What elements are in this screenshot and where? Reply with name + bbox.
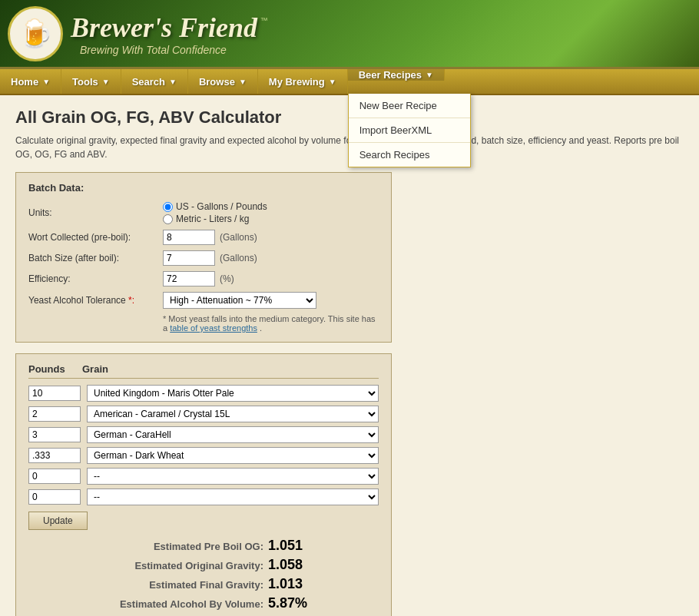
logo-icon: 🍺 — [18, 18, 53, 50]
dropdown-new-recipe[interactable]: New Beer Recipe — [349, 94, 470, 118]
yeast-note: * Most yeast falls into the medium categ… — [163, 314, 379, 333]
grain-6-select[interactable]: -- United Kingdom - Maris Otter Pale Ame… — [87, 488, 379, 505]
fg-value: 1.013 — [268, 576, 303, 592]
nav-home[interactable]: Home ▼ — [0, 69, 61, 94]
beer-recipes-dropdown: New Beer Recipe Import BeerXML Search Re… — [348, 94, 471, 167]
nav-browse[interactable]: Browse ▼ — [188, 69, 258, 94]
nav-search-label: Search — [132, 76, 165, 88]
batch-size-row: Batch Size (after boil): (Gallons) — [28, 250, 379, 266]
pre-boil-row: Estimated Pre Boil OG: 1.051 — [79, 538, 379, 554]
efficiency-row: Efficiency: (%) — [28, 271, 379, 286]
nav-home-arrow: ▼ — [42, 78, 50, 86]
yeast-label: Yeast Alcohol Tolerance *: — [28, 295, 163, 306]
nav-home-label: Home — [11, 76, 38, 88]
brand-name: Brewer's Friend — [71, 12, 257, 43]
nav-browse-label: Browse — [199, 76, 235, 88]
nav-my-brewing[interactable]: My Brewing ▼ — [258, 69, 348, 94]
dropdown-import-beerxml[interactable]: Import BeerXML — [349, 118, 470, 143]
wort-input[interactable] — [163, 230, 215, 245]
grain-5-lbs[interactable] — [28, 469, 81, 484]
nav-beer-recipes-arrow: ▼ — [426, 71, 433, 79]
wort-label: Wort Collected (pre-boil): — [28, 232, 163, 243]
nav-my-brewing-label: My Brewing — [269, 76, 325, 88]
nav-beer-recipes[interactable]: Beer Recipes ▼ — [348, 69, 445, 81]
grain-6-lbs[interactable] — [28, 489, 81, 505]
grain-row-1: United Kingdom - Maris Otter Pale Americ… — [28, 385, 379, 402]
grain-row-3: German - CaraHell United Kingdom - Maris… — [28, 426, 379, 443]
navbar: Home ▼ Tools ▼ Search ▼ Browse ▼ My Brew… — [0, 69, 699, 95]
og-row: Estimated Original Gravity: 1.058 — [79, 557, 379, 573]
nav-my-brewing-arrow: ▼ — [329, 78, 336, 86]
fg-label: Estimated Final Gravity: — [79, 579, 263, 591]
dropdown-search-recipes[interactable]: Search Recipes — [349, 143, 470, 167]
nav-browse-arrow: ▼ — [239, 78, 247, 86]
fg-row: Estimated Final Gravity: 1.013 — [79, 576, 379, 592]
batch-data-title: Batch Data: — [28, 182, 379, 194]
grain-3-lbs[interactable] — [28, 427, 81, 442]
grain-row-5: -- United Kingdom - Maris Otter Pale Ame… — [28, 468, 379, 485]
wort-row: Wort Collected (pre-boil): (Gallons) — [28, 230, 379, 245]
abv-row: Estimated Alcohol By Volume: 5.87% — [79, 595, 379, 611]
nav-search[interactable]: Search ▼ — [121, 69, 188, 94]
grain-box: Pounds Grain United Kingdom - Maris Otte… — [15, 353, 392, 616]
yeast-row: Yeast Alcohol Tolerance *: High - Attenu… — [28, 292, 379, 309]
units-us-label: US - Gallons / Pounds — [176, 201, 267, 212]
grain-row-4: German - Dark Wheat United Kingdom - Mar… — [28, 447, 379, 464]
units-row: Units: US - Gallons / Pounds Metric - Li… — [28, 201, 379, 224]
brand-tm: ™ — [260, 16, 268, 25]
main-content: All Grain OG, FG, ABV Calculator Calcula… — [0, 95, 699, 616]
og-value: 1.058 — [268, 557, 303, 573]
batch-data-box: Batch Data: Units: US - Gallons / Pounds… — [15, 172, 392, 343]
pre-boil-value: 1.051 — [268, 538, 303, 554]
grain-3-select[interactable]: German - CaraHell United Kingdom - Maris… — [87, 426, 379, 443]
units-us-input[interactable] — [163, 202, 173, 212]
site-header: 🍺 Brewer's Friend ™ Brewing With Total C… — [0, 0, 699, 69]
yeast-select[interactable]: High - Attenuation ~ 77% Medium - Attenu… — [163, 292, 316, 309]
nav-beer-recipes-label: Beer Recipes — [359, 69, 422, 81]
batch-size-input[interactable] — [163, 250, 215, 266]
efficiency-input[interactable] — [163, 271, 215, 286]
nav-beer-recipes-container: Beer Recipes ▼ New Beer Recipe Import Be… — [348, 69, 445, 94]
grain-row-6: -- United Kingdom - Maris Otter Pale Ame… — [28, 488, 379, 505]
grain-2-lbs[interactable] — [28, 406, 81, 422]
abv-value: 5.87% — [268, 595, 307, 611]
grain-1-select[interactable]: United Kingdom - Maris Otter Pale Americ… — [87, 385, 379, 402]
units-label: Units: — [28, 207, 163, 218]
grain-header: Pounds Grain — [28, 363, 379, 379]
results-area: Estimated Pre Boil OG: 1.051 Estimated O… — [28, 538, 379, 611]
yeast-note-link[interactable]: table of yeast strengths — [170, 323, 257, 333]
grain-row-2: American - Caramel / Crystal 15L United … — [28, 406, 379, 422]
units-radio-group: US - Gallons / Pounds Metric - Liters / … — [163, 201, 267, 224]
grain-4-lbs[interactable] — [28, 448, 81, 463]
units-metric-radio[interactable]: Metric - Liters / kg — [163, 214, 267, 224]
nav-tools-label: Tools — [72, 76, 98, 88]
batch-size-label: Batch Size (after boil): — [28, 253, 163, 263]
brand-tagline: Brewing With Total Confidence — [80, 44, 227, 56]
pre-boil-label: Estimated Pre Boil OG: — [79, 541, 263, 552]
nav-search-arrow: ▼ — [169, 78, 177, 86]
og-label: Estimated Original Gravity: — [79, 560, 263, 571]
efficiency-unit: (%) — [220, 273, 234, 284]
logo: 🍺 — [8, 6, 63, 61]
grain-4-select[interactable]: German - Dark Wheat United Kingdom - Mar… — [87, 447, 379, 464]
units-metric-label: Metric - Liters / kg — [176, 214, 249, 224]
nav-tools-arrow: ▼ — [102, 78, 110, 86]
grain-col-grain-header: Grain — [82, 363, 379, 375]
units-us-radio[interactable]: US - Gallons / Pounds — [163, 201, 267, 212]
batch-size-unit: (Gallons) — [220, 253, 257, 263]
grain-1-lbs[interactable] — [28, 386, 81, 401]
update-button[interactable]: Update — [28, 512, 88, 530]
grain-5-select[interactable]: -- United Kingdom - Maris Otter Pale Ame… — [87, 468, 379, 485]
wort-unit: (Gallons) — [220, 232, 257, 243]
grain-col-pounds-header: Pounds — [28, 363, 82, 375]
yeast-required-star: *: — [128, 295, 134, 306]
efficiency-label: Efficiency: — [28, 273, 163, 284]
nav-tools[interactable]: Tools ▼ — [61, 69, 121, 94]
abv-label: Estimated Alcohol By Volume: — [79, 598, 263, 610]
grain-2-select[interactable]: American - Caramel / Crystal 15L United … — [87, 406, 379, 422]
units-metric-input[interactable] — [163, 214, 173, 224]
